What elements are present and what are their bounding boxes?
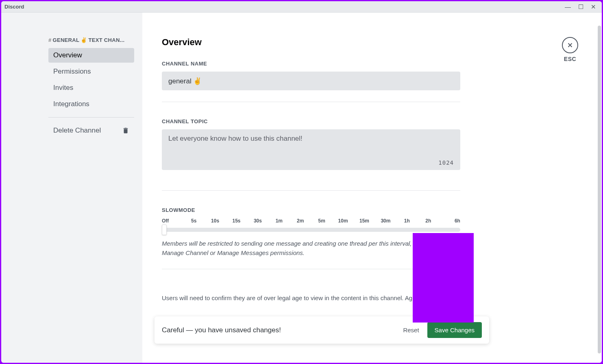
channel-name-input[interactable] [162,72,460,90]
tick-label: 1m [268,218,290,224]
sidebar-item-label: Permissions [53,68,91,75]
slowmode-label: SLOWMODE [162,207,460,213]
divider [48,117,134,118]
tick-label: 1h [396,218,418,224]
page-title: Overview [162,37,460,48]
tick-label: 30m [375,218,396,224]
delete-channel-label: Delete Channel [53,126,101,135]
sidebar-header-suffix: TEXT CHAN... [89,37,125,43]
divider [162,190,460,191]
slowmode-slider[interactable] [162,228,460,232]
tick-label: 2h [418,218,439,224]
reset-button[interactable]: Reset [403,327,419,333]
content: ESC Overview CHANNEL NAME CHANNEL TOPIC … [142,13,602,363]
sidebar-item-label: Overview [53,51,82,59]
tick-label: 6h [439,218,460,224]
content-inner: Overview CHANNEL NAME CHANNEL TOPIC 1024… [142,13,480,352]
app-body: # GENERAL ✌ TEXT CHAN... Overview Permis… [1,13,602,363]
char-count: 1024 [438,159,454,166]
divider [162,269,460,269]
sidebar: # GENERAL ✌ TEXT CHAN... Overview Permis… [1,13,142,363]
sidebar-item-label: Integrations [53,100,89,108]
hash-icon: # [48,37,52,43]
tick-label: 5s [183,218,204,224]
slider-thumb[interactable] [162,225,167,235]
tick-label: 30s [247,218,268,224]
tick-label: 15s [226,218,247,224]
sidebar-item-label: Invites [53,84,73,92]
tick-label: 2m [290,218,311,224]
tick-label: 5m [311,218,332,224]
sidebar-item-overview[interactable]: Overview [48,48,134,63]
window-frame: Discord — ☐ ✕ # GENERAL ✌ TEXT CHAN... O… [1,1,602,363]
tick-label: 10m [332,218,353,224]
sidebar-item-invites[interactable]: Invites [48,81,134,95]
maximize-icon[interactable]: ☐ [578,3,583,11]
scrollbar[interactable] [598,26,601,353]
title-bar: Discord — ☐ ✕ [1,1,602,13]
tick-label: Off [162,218,183,224]
age-restricted-desc: Users will need to confirm they are of o… [162,294,460,303]
close-icon [566,41,574,49]
save-changes-button[interactable]: Save Changes [427,322,482,338]
tick-label: 10s [205,218,226,224]
slowmode-ticks: Off 5s 10s 15s 30s 1m 2m 5m 10m 15m 30m … [162,218,460,224]
channel-topic-label: CHANNEL TOPIC [162,118,460,124]
channel-topic-input[interactable] [162,129,460,170]
sidebar-header: # GENERAL ✌ TEXT CHAN... [48,37,134,43]
close-label: ESC [562,56,578,62]
unsaved-changes-bar: Careful — you have unsaved changes! Rese… [155,316,489,344]
close-button[interactable] [562,37,578,53]
close-area: ESC [562,37,578,62]
sidebar-item-integrations[interactable]: Integrations [48,97,134,111]
channel-name-label: CHANNEL NAME [162,61,460,67]
tick-label: 15m [354,218,375,224]
window-controls: — ☐ ✕ [565,3,599,11]
minimize-icon[interactable]: — [565,3,571,10]
sidebar-item-permissions[interactable]: Permissions [48,64,134,79]
sidebar-header-channel: GENERAL [53,37,80,43]
peace-icon: ✌ [81,37,87,43]
trash-icon [122,127,129,134]
window-title: Discord [4,4,24,10]
delete-channel-button[interactable]: Delete Channel [48,123,134,138]
unsaved-message: Careful — you have unsaved changes! [162,326,281,334]
close-window-icon[interactable]: ✕ [591,3,596,11]
divider [162,102,460,102]
slowmode-help: Members will be restricted to sending on… [162,239,460,257]
